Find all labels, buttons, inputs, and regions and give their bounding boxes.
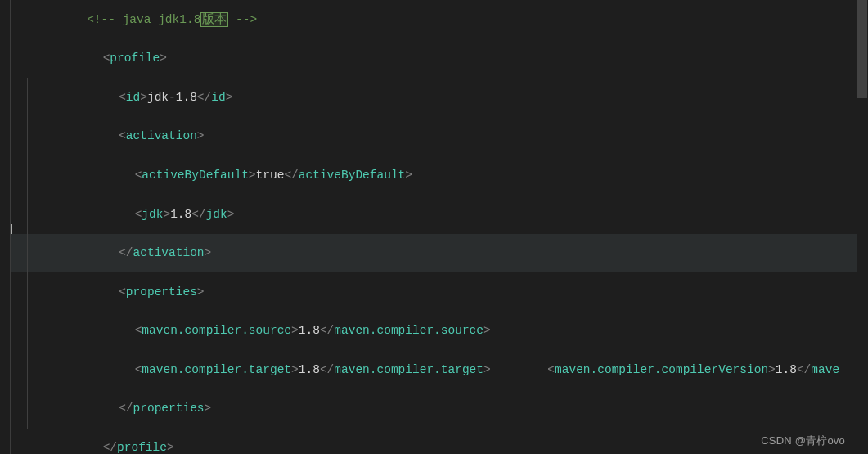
comment-text: --> — [228, 13, 257, 26]
xml-bracket: > — [163, 208, 170, 221]
xml-bracket: > — [140, 91, 147, 104]
xml-text: 1.8 — [776, 363, 797, 376]
xml-bracket: / — [199, 208, 206, 221]
code-line: <profile> — [11, 39, 868, 79]
code-line: <activeByDefault>true</activeByDefault> — [11, 155, 868, 195]
xml-bracket: / — [205, 91, 212, 104]
xml-bracket: / — [126, 246, 133, 259]
xml-text: 1.8 — [170, 208, 191, 221]
code-area[interactable]: <!-- java jdk1.8版本 --> <profile> <id>jdk… — [11, 0, 868, 454]
xml-text: jdk-1.8 — [147, 91, 197, 104]
xml-bracket: > — [205, 402, 212, 415]
xml-tag: maven.compiler.source — [334, 324, 483, 337]
xml-bracket: < — [547, 363, 555, 376]
xml-bracket: / — [804, 363, 812, 376]
xml-tag: mave — [811, 363, 839, 376]
xml-bracket: > — [291, 363, 299, 376]
xml-tag: profile — [117, 441, 167, 454]
xml-text: 1.8 — [299, 324, 320, 337]
xml-bracket: > — [483, 363, 491, 376]
gutter — [0, 0, 11, 454]
xml-tag: maven.compiler.source — [142, 324, 291, 337]
xml-tag: activation — [126, 129, 197, 142]
code-editor[interactable]: <!-- java jdk1.8版本 --> <profile> <id>jdk… — [0, 0, 868, 454]
code-line: <activation> — [11, 117, 868, 156]
xml-bracket: < — [320, 324, 327, 337]
xml-tag: activeByDefault — [142, 169, 249, 182]
xml-tag: maven.compiler.target — [142, 363, 291, 376]
xml-bracket: < — [191, 208, 199, 221]
code-line: <maven.compiler.source>1.8</maven.compil… — [11, 312, 868, 351]
xml-bracket: / — [327, 324, 335, 337]
watermark: CSDN @青柠ovo — [761, 435, 845, 446]
xml-bracket: / — [327, 363, 335, 376]
xml-text: true — [256, 169, 285, 182]
xml-tag: activation — [133, 246, 205, 259]
xml-bracket: > — [197, 285, 205, 299]
code-line: <maven.compiler.target>1.8</maven.compil… — [11, 350, 868, 389]
xml-tag: id — [126, 91, 140, 104]
xml-bracket: > — [249, 169, 256, 182]
xml-bracket: > — [205, 246, 212, 259]
scrollbar-thumb[interactable] — [857, 0, 867, 98]
xml-bracket: > — [167, 441, 174, 454]
xml-tag: properties — [133, 402, 205, 415]
xml-bracket: < — [197, 91, 205, 104]
xml-tag: properties — [126, 285, 197, 299]
xml-bracket: > — [197, 129, 205, 142]
code-line: <id>jdk-1.8</id> — [11, 78, 868, 117]
xml-tag: maven.compiler.compilerVersion — [555, 363, 768, 376]
xml-tag: jdk — [206, 208, 227, 221]
code-line: <properties> — [11, 272, 868, 312]
xml-tag: maven.compiler.target — [334, 363, 483, 376]
xml-bracket: < — [119, 246, 126, 259]
xml-bracket: > — [226, 91, 233, 104]
xml-text: 1.8 — [299, 363, 320, 376]
xml-bracket: < — [320, 363, 327, 376]
comment-text: <!-- java jdk1.8 — [87, 13, 200, 26]
code-line: <jdk>1.8</jdk> — [11, 195, 868, 234]
xml-tag: profile — [110, 52, 160, 65]
xml-bracket: < — [284, 169, 291, 182]
xml-bracket: / — [126, 402, 133, 415]
xml-bracket: < — [797, 363, 804, 376]
highlighted-text: 版本 — [200, 12, 228, 27]
xml-bracket: / — [110, 441, 117, 454]
xml-bracket: > — [483, 324, 491, 337]
xml-bracket: > — [768, 363, 776, 376]
xml-bracket: < — [119, 285, 126, 299]
xml-bracket: < — [119, 129, 126, 142]
code-line: <!-- java jdk1.8版本 --> — [11, 0, 868, 39]
xml-tag: id — [211, 91, 225, 104]
spacing — [491, 363, 548, 376]
code-line: </profile> — [11, 429, 868, 454]
xml-bracket: > — [160, 52, 167, 65]
xml-bracket: > — [405, 169, 412, 182]
xml-bracket: > — [291, 324, 299, 337]
xml-bracket: < — [119, 91, 126, 104]
code-line-current: </activation> — [11, 234, 868, 273]
xml-bracket: / — [291, 169, 299, 182]
xml-bracket: < — [119, 402, 126, 415]
code-line: </properties> — [11, 389, 868, 429]
vertical-scrollbar[interactable] — [857, 0, 868, 454]
xml-bracket: > — [227, 208, 235, 221]
xml-tag: activeByDefault — [299, 169, 406, 182]
xml-tag: jdk — [142, 208, 163, 221]
